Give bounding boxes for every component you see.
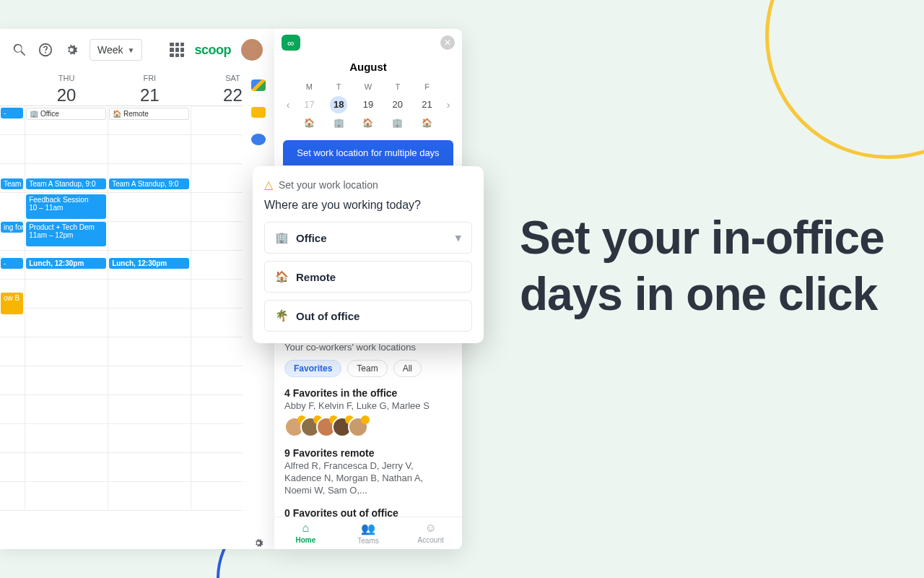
favorites-avatars bbox=[284, 417, 452, 437]
help-icon[interactable] bbox=[38, 42, 53, 58]
chevron-down-icon: ▼ bbox=[128, 46, 135, 54]
account-icon: ☺ bbox=[399, 522, 462, 535]
day-name-thu: THU bbox=[25, 74, 108, 82]
rail-gear-icon[interactable] bbox=[250, 537, 266, 549]
loc-ico-19: 🏠 bbox=[354, 116, 383, 130]
option-office[interactable]: 🏢 Office ▾ bbox=[264, 222, 472, 254]
search-icon[interactable] bbox=[12, 42, 27, 58]
scoop-badge-icon: ∞ bbox=[282, 35, 300, 51]
favorites-remote-header: 9 Favorites remote bbox=[284, 447, 452, 459]
warning-icon: △ bbox=[264, 178, 273, 191]
scoop-logo: scoop bbox=[194, 43, 231, 58]
nav-home[interactable]: ⌂Home bbox=[274, 522, 337, 545]
option-remote-label: Remote bbox=[296, 271, 336, 283]
date-19[interactable]: 19 bbox=[354, 95, 383, 113]
view-dropdown[interactable]: Week ▼ bbox=[90, 39, 142, 61]
option-office-label: Office bbox=[296, 232, 327, 244]
option-ooo[interactable]: 🌴 Out of office bbox=[264, 300, 472, 332]
chevron-down-icon: ▾ bbox=[456, 231, 461, 244]
day-num-20: 20 bbox=[25, 85, 108, 105]
tab-favorites[interactable]: Favorites bbox=[284, 360, 341, 377]
avatar[interactable] bbox=[348, 417, 368, 437]
gear-icon[interactable] bbox=[64, 42, 79, 58]
event-scoping[interactable]: ing for P bbox=[1, 222, 23, 233]
date-17[interactable]: 17 bbox=[295, 95, 324, 113]
wd-f: F bbox=[412, 80, 442, 93]
view-dropdown-label: Week bbox=[97, 44, 123, 56]
event-remote[interactable]: 🏠 Remote bbox=[109, 108, 189, 120]
coworkers-label: Your co-workers' work locations bbox=[284, 342, 452, 353]
nav-account[interactable]: ☺Account bbox=[399, 522, 462, 545]
home-icon: 🏠 bbox=[275, 270, 289, 283]
teams-icon: 👥 bbox=[337, 522, 400, 535]
event-lunch-a[interactable]: Lunch, 12:30pm bbox=[26, 258, 106, 269]
tab-team[interactable]: Team bbox=[347, 360, 387, 377]
loc-ico-21: 🏠 bbox=[412, 116, 442, 130]
wd-t: T bbox=[324, 80, 354, 93]
keep-rail-icon[interactable] bbox=[251, 107, 266, 118]
favorites-office-header: 4 Favorites in the office bbox=[284, 387, 452, 399]
event-standup-c[interactable]: Team A Standup, 9:0 bbox=[109, 178, 189, 189]
option-ooo-label: Out of office bbox=[296, 310, 359, 322]
event-feedback[interactable]: Feedback Session10 – 11am bbox=[26, 194, 106, 219]
event-standup-a[interactable]: Team A Standup, 9:0 bbox=[1, 178, 23, 189]
loc-ico-20: 🏢 bbox=[383, 116, 412, 130]
date-21[interactable]: 21 bbox=[412, 95, 442, 113]
hero-headline: Set your in-office days in one click bbox=[520, 210, 902, 322]
apps-grid-icon[interactable] bbox=[170, 43, 184, 57]
event-prodtech[interactable]: Product + Tech Dem11am – 12pm bbox=[26, 222, 106, 246]
set-multiple-days-button[interactable]: Set work location for multiple days bbox=[283, 140, 453, 165]
prev-week-arrow[interactable]: ‹ bbox=[282, 99, 295, 111]
option-remote[interactable]: 🏠 Remote bbox=[264, 261, 472, 293]
day-num-21: 21 bbox=[108, 85, 191, 105]
user-avatar[interactable] bbox=[241, 39, 263, 61]
event-office[interactable]: 🏢 Office bbox=[26, 108, 106, 120]
loc-ico-17: 🏠 bbox=[295, 116, 324, 130]
day-name-fri: FRI bbox=[108, 74, 191, 82]
popover-question: Where are you working today? bbox=[264, 199, 472, 212]
hero-headline-block: Set your in-office days in one click bbox=[520, 210, 902, 322]
date-18[interactable]: 18 bbox=[330, 96, 347, 113]
tasks-rail-icon[interactable] bbox=[251, 134, 266, 145]
event-partial-2[interactable]: - bbox=[1, 258, 23, 269]
office-icon: 🏢 bbox=[275, 231, 289, 244]
popover-header: Set your work location bbox=[279, 179, 378, 191]
event-standup-b[interactable]: Team A Standup, 9:0 bbox=[26, 178, 106, 189]
loc-ico-18: 🏢 bbox=[324, 116, 354, 130]
event-partial[interactable]: - bbox=[1, 108, 23, 118]
gcal-rail-icon[interactable] bbox=[251, 79, 266, 91]
close-icon[interactable]: ✕ bbox=[440, 35, 455, 50]
bottom-nav: ⌂Home 👥Teams ☺Account bbox=[274, 517, 462, 549]
home-icon: ⌂ bbox=[274, 522, 337, 535]
decorative-arc-yellow bbox=[765, 0, 924, 159]
favorites-office-sub: Abby F, Kelvin F, Luke G, Marlee S bbox=[284, 400, 452, 413]
calendar-card: Week ▼ scoop THU20 FRI21 SAT22 - 🏢 Offic… bbox=[0, 29, 274, 549]
work-location-popover: △ Set your work location Where are you w… bbox=[253, 166, 484, 343]
tab-all[interactable]: All bbox=[393, 360, 422, 377]
palm-icon: 🌴 bbox=[275, 309, 289, 322]
wd-th: T bbox=[383, 80, 412, 93]
wd-w: W bbox=[354, 80, 383, 93]
month-label: August bbox=[274, 56, 462, 80]
favorites-remote-sub: Alfred R, Francesca D, Jerry V, Kadence … bbox=[284, 460, 452, 497]
nav-teams[interactable]: 👥Teams bbox=[337, 522, 400, 545]
next-week-arrow[interactable]: › bbox=[442, 99, 455, 111]
wd-m: M bbox=[295, 80, 324, 93]
event-lunch-b[interactable]: Lunch, 12:30pm bbox=[109, 258, 189, 269]
date-20[interactable]: 20 bbox=[383, 95, 412, 113]
